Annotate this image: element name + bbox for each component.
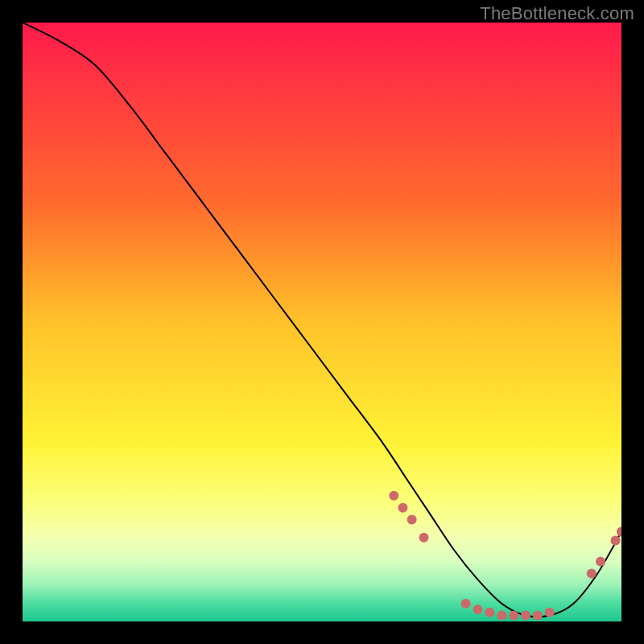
data-marker bbox=[419, 533, 428, 543]
data-marker bbox=[485, 608, 494, 617]
chart-container: TheBottleneck.com bbox=[0, 0, 644, 644]
plot-area bbox=[23, 23, 621, 621]
data-marker bbox=[389, 491, 398, 501]
data-marker bbox=[473, 605, 482, 614]
data-marker bbox=[398, 503, 407, 513]
data-marker bbox=[545, 608, 555, 617]
data-marker bbox=[521, 611, 530, 621]
data-marker bbox=[611, 536, 621, 546]
data-marker bbox=[509, 611, 518, 621]
watermark-text: TheBottleneck.com bbox=[480, 3, 634, 24]
data-marker bbox=[617, 526, 621, 536]
data-marker bbox=[587, 568, 597, 578]
bottleneck-curve bbox=[23, 23, 621, 617]
data-marker bbox=[461, 599, 471, 609]
data-markers bbox=[389, 491, 621, 621]
data-marker bbox=[407, 515, 417, 525]
data-marker bbox=[596, 557, 605, 567]
data-marker bbox=[533, 611, 543, 621]
curve-layer bbox=[23, 23, 621, 621]
data-marker bbox=[497, 611, 506, 621]
